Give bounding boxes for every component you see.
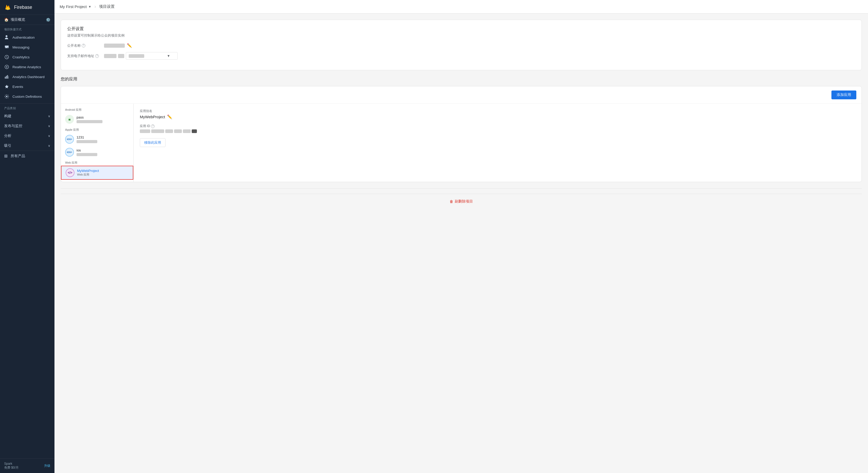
chevron-down-icon: ∨ xyxy=(48,134,50,138)
email-redact-2 xyxy=(118,54,124,58)
svg-rect-2 xyxy=(5,77,6,78)
public-settings-title: 公开设置 xyxy=(67,26,855,32)
chevron-down-icon: ∨ xyxy=(48,144,50,148)
all-products-item[interactable]: ⊞ 所有产品 xyxy=(0,151,55,161)
app-id-part-5 xyxy=(183,129,191,133)
quick-section-label: 项目快捷方式 xyxy=(0,25,55,32)
category-analytics[interactable]: 分析 ∨ xyxy=(0,131,55,141)
apple-app-item-2[interactable]: iOS+ ios xyxy=(61,146,133,159)
remove-app-button[interactable]: 移除此应用 xyxy=(140,138,165,147)
category-release[interactable]: 发布与监控 ∨ xyxy=(0,121,55,131)
topbar: My First Project ▼ › 项目设置 xyxy=(55,0,868,13)
people-icon xyxy=(4,35,9,40)
your-apps-title: 您的应用 xyxy=(61,76,862,82)
category-build-label: 构建 xyxy=(4,114,11,119)
sidebar-item-messaging[interactable]: Messaging xyxy=(0,42,55,52)
delete-project-section: 🗑 副删除项目 xyxy=(61,194,862,204)
project-selector[interactable]: My First Project ▼ xyxy=(60,4,91,9)
settings-icon[interactable]: ⚙️ xyxy=(46,18,50,22)
sidebar-item-custom-definitions[interactable]: Custom Definitions xyxy=(0,92,55,101)
sidebar-item-label: Crashlytics xyxy=(12,55,30,59)
plan-name: Spark xyxy=(4,462,19,466)
project-name: My First Project xyxy=(60,4,87,9)
category-build[interactable]: 构建 ∨ xyxy=(0,111,55,121)
add-app-button[interactable]: 添加应用 xyxy=(831,91,856,99)
sidebar-item-events[interactable]: Events xyxy=(0,82,55,92)
crashlytics-icon xyxy=(4,55,9,60)
apple-app-item-1[interactable]: iOS+ 1231 xyxy=(61,133,133,146)
sidebar-item-label: Authentication xyxy=(12,35,35,39)
main-content: My First Project ▼ › 项目设置 公开设置 这些设置可控制展示… xyxy=(55,0,868,473)
app-id-field: 应用 ID ? xyxy=(140,124,855,133)
remove-app-section: 移除此应用 xyxy=(140,138,855,147)
home-row[interactable]: 🏠 项目概览 ⚙️ xyxy=(0,15,55,25)
home-label: 项目概览 xyxy=(11,18,25,22)
app-id-help-icon[interactable]: ? xyxy=(151,124,155,128)
page-title: 项目设置 xyxy=(99,4,115,9)
svg-point-8 xyxy=(70,118,70,119)
home-icon: 🏠 xyxy=(4,18,8,22)
sidebar-header: Firebase xyxy=(0,0,55,15)
sidebar-footer: Spark 免费 $0/月 升级 xyxy=(0,459,55,473)
delete-project-link[interactable]: 🗑 副删除项目 xyxy=(450,199,473,204)
email-redact-1 xyxy=(104,54,117,58)
web-app-item-selected[interactable]: </> MyWebProject Web 应用 xyxy=(61,166,133,180)
app-id-part-2 xyxy=(151,129,164,133)
email-help-icon[interactable]: ? xyxy=(95,54,99,58)
apple-app-sub-1 xyxy=(76,140,97,143)
upgrade-button[interactable]: 升级 xyxy=(44,464,50,468)
dropdown-arrow-icon: ▼ xyxy=(88,5,91,8)
product-section-label: 产品类别 xyxy=(0,104,55,111)
apple-section-label: Apple 应用 xyxy=(61,126,133,133)
app-id-part-1 xyxy=(140,129,150,133)
plan-price: 免费 $0/月 xyxy=(4,466,19,470)
svg-rect-3 xyxy=(6,76,7,78)
brand-name: Firebase xyxy=(14,5,32,10)
apps-card-header: 添加应用 xyxy=(61,86,862,104)
public-settings-card: 公开设置 这些设置可控制展示给公众的项目实例 公开名称 ? ✏️ 支持电子邮件地… xyxy=(61,20,862,70)
android-app-item[interactable]: pass xyxy=(61,113,133,126)
sidebar-item-realtime-analytics[interactable]: Realtime Analytics xyxy=(0,62,55,72)
svg-point-6 xyxy=(6,96,7,97)
chevron-down-icon: ∨ xyxy=(48,114,50,118)
android-app-sub xyxy=(76,120,102,123)
sidebar-item-label: Events xyxy=(12,85,23,89)
sidebar-item-authentication[interactable]: Authentication xyxy=(0,32,55,42)
custom-definitions-icon xyxy=(4,94,9,99)
trash-icon: 🗑 xyxy=(450,199,453,203)
android-section-label: Android 应用 xyxy=(61,106,133,113)
edit-alias-icon[interactable]: ✏️ xyxy=(167,114,172,119)
bar-chart-icon xyxy=(4,74,9,80)
sidebar: Firebase 🏠 项目概览 ⚙️ 项目快捷方式 Authentication… xyxy=(0,0,55,473)
app-alias-field: 应用别名 MyWebProject ✏️ xyxy=(140,109,855,119)
apps-list: Android 应用 pass Apple 应用 iOS+ xyxy=(61,104,133,182)
public-name-help-icon[interactable]: ? xyxy=(82,44,85,48)
android-app-icon xyxy=(65,115,74,124)
app-id-part-4 xyxy=(174,129,182,133)
web-section-label: Web 应用 xyxy=(61,159,133,166)
web-app-sub: Web 应用 xyxy=(77,173,99,177)
edit-public-name-icon[interactable]: ✏️ xyxy=(127,43,132,48)
dropdown-arrow-icon: ▼ xyxy=(167,54,170,58)
svg-rect-4 xyxy=(7,75,8,79)
sidebar-item-analytics-dashboard[interactable]: Analytics Dashboard xyxy=(0,72,55,82)
sidebar-item-label: Analytics Dashboard xyxy=(12,75,44,79)
public-name-field: 公开名称 ? ✏️ xyxy=(67,43,855,48)
category-engage[interactable]: 吸引 ∨ xyxy=(0,141,55,151)
firebase-logo-icon xyxy=(4,4,11,11)
chevron-down-icon: ∨ xyxy=(48,124,50,128)
delete-project-label: 副删除项目 xyxy=(455,199,473,204)
sidebar-item-crashlytics[interactable]: Crashlytics xyxy=(0,52,55,62)
ios-app-icon-2: iOS+ xyxy=(65,148,74,157)
divider xyxy=(61,188,862,189)
apps-card: 添加应用 Android 应用 pass xyxy=(61,86,862,182)
sidebar-item-label: Realtime Analytics xyxy=(12,65,41,69)
grid-icon: ⊞ xyxy=(4,154,7,158)
apps-layout: Android 应用 pass Apple 应用 iOS+ xyxy=(61,104,862,182)
content-area: 公开设置 这些设置可控制展示给公众的项目实例 公开名称 ? ✏️ 支持电子邮件地… xyxy=(55,13,868,473)
web-app-icon: </> xyxy=(66,168,74,177)
email-dropdown[interactable]: ▼ xyxy=(126,52,178,60)
apple-app-sub-2 xyxy=(76,153,97,156)
web-app-name: MyWebProject xyxy=(77,169,99,173)
android-app-name: pass xyxy=(76,116,102,119)
